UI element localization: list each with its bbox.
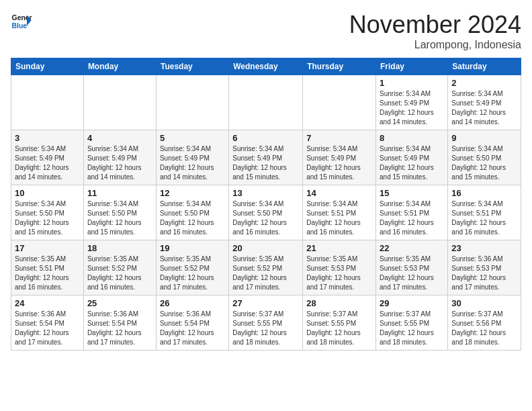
calendar-cell	[156, 75, 228, 130]
day-info: Sunrise: 5:37 AM Sunset: 5:55 PM Dayligh…	[380, 310, 444, 347]
calendar-cell: 28Sunrise: 5:37 AM Sunset: 5:55 PM Dayli…	[303, 295, 376, 351]
calendar-cell	[11, 75, 84, 130]
calendar-cell: 18Sunrise: 5:35 AM Sunset: 5:52 PM Dayli…	[83, 240, 156, 295]
day-info: Sunrise: 5:34 AM Sunset: 5:49 PM Dayligh…	[232, 144, 299, 182]
calendar-cell: 8Sunrise: 5:34 AM Sunset: 5:49 PM Daylig…	[376, 130, 448, 185]
calendar-cell: 30Sunrise: 5:37 AM Sunset: 5:56 PM Dayli…	[448, 295, 521, 351]
week-row-4: 17Sunrise: 5:35 AM Sunset: 5:51 PM Dayli…	[11, 240, 521, 295]
calendar-cell: 19Sunrise: 5:35 AM Sunset: 5:52 PM Dayli…	[156, 240, 228, 295]
calendar-cell	[229, 75, 303, 130]
day-number: 13	[232, 188, 299, 198]
day-number: 9	[451, 133, 517, 143]
calendar-cell: 17Sunrise: 5:35 AM Sunset: 5:51 PM Dayli…	[11, 240, 84, 295]
calendar-table: SundayMondayTuesdayWednesdayThursdayFrid…	[11, 58, 521, 351]
header-day-tuesday: Tuesday	[156, 58, 228, 75]
day-number: 3	[15, 133, 80, 143]
calendar-cell: 2Sunrise: 5:34 AM Sunset: 5:49 PM Daylig…	[448, 75, 521, 130]
day-info: Sunrise: 5:34 AM Sunset: 5:49 PM Dayligh…	[15, 144, 80, 182]
day-number: 10	[15, 188, 80, 198]
calendar-cell	[83, 75, 156, 130]
calendar-cell: 13Sunrise: 5:34 AM Sunset: 5:50 PM Dayli…	[229, 185, 303, 240]
day-number: 29	[380, 298, 444, 308]
week-row-5: 24Sunrise: 5:36 AM Sunset: 5:54 PM Dayli…	[11, 295, 521, 351]
day-info: Sunrise: 5:37 AM Sunset: 5:55 PM Dayligh…	[306, 310, 372, 347]
header-day-monday: Monday	[83, 58, 156, 75]
day-info: Sunrise: 5:34 AM Sunset: 5:51 PM Dayligh…	[451, 199, 517, 237]
day-info: Sunrise: 5:34 AM Sunset: 5:49 PM Dayligh…	[380, 89, 444, 127]
day-info: Sunrise: 5:35 AM Sunset: 5:52 PM Dayligh…	[232, 255, 299, 292]
location-title: Larompong, Indonesia	[349, 39, 521, 51]
day-number: 11	[87, 188, 152, 198]
day-info: Sunrise: 5:34 AM Sunset: 5:50 PM Dayligh…	[15, 199, 80, 237]
day-info: Sunrise: 5:34 AM Sunset: 5:50 PM Dayligh…	[232, 199, 299, 237]
calendar-cell: 4Sunrise: 5:34 AM Sunset: 5:49 PM Daylig…	[83, 130, 156, 185]
header-day-wednesday: Wednesday	[229, 58, 303, 75]
day-number: 21	[306, 243, 372, 253]
calendar-cell: 23Sunrise: 5:36 AM Sunset: 5:53 PM Dayli…	[448, 240, 521, 295]
day-number: 26	[160, 298, 225, 308]
header-row: SundayMondayTuesdayWednesdayThursdayFrid…	[11, 58, 521, 75]
day-number: 24	[15, 298, 80, 308]
calendar-cell: 9Sunrise: 5:34 AM Sunset: 5:50 PM Daylig…	[448, 130, 521, 185]
day-info: Sunrise: 5:36 AM Sunset: 5:54 PM Dayligh…	[160, 310, 225, 347]
day-number: 27	[232, 298, 299, 308]
day-info: Sunrise: 5:34 AM Sunset: 5:50 PM Dayligh…	[160, 199, 225, 237]
day-info: Sunrise: 5:34 AM Sunset: 5:49 PM Dayligh…	[87, 144, 152, 182]
calendar-cell: 3Sunrise: 5:34 AM Sunset: 5:49 PM Daylig…	[11, 130, 84, 185]
day-info: Sunrise: 5:34 AM Sunset: 5:49 PM Dayligh…	[160, 144, 225, 182]
calendar-cell: 26Sunrise: 5:36 AM Sunset: 5:54 PM Dayli…	[156, 295, 228, 351]
day-number: 1	[380, 78, 444, 88]
calendar-cell: 16Sunrise: 5:34 AM Sunset: 5:51 PM Dayli…	[448, 185, 521, 240]
day-number: 7	[306, 133, 372, 143]
calendar-cell: 22Sunrise: 5:35 AM Sunset: 5:53 PM Dayli…	[376, 240, 448, 295]
week-row-2: 3Sunrise: 5:34 AM Sunset: 5:49 PM Daylig…	[11, 130, 521, 185]
day-number: 14	[306, 188, 372, 198]
day-number: 20	[232, 243, 299, 253]
day-info: Sunrise: 5:34 AM Sunset: 5:49 PM Dayligh…	[451, 89, 517, 127]
calendar-cell: 21Sunrise: 5:35 AM Sunset: 5:53 PM Dayli…	[303, 240, 376, 295]
day-number: 17	[15, 243, 80, 253]
day-info: Sunrise: 5:37 AM Sunset: 5:56 PM Dayligh…	[451, 310, 517, 347]
day-info: Sunrise: 5:36 AM Sunset: 5:54 PM Dayligh…	[87, 310, 152, 347]
day-info: Sunrise: 5:34 AM Sunset: 5:49 PM Dayligh…	[380, 144, 444, 182]
title-block: November 2024 Larompong, Indonesia	[349, 11, 521, 51]
calendar-cell: 25Sunrise: 5:36 AM Sunset: 5:54 PM Dayli…	[83, 295, 156, 351]
calendar-cell: 12Sunrise: 5:34 AM Sunset: 5:50 PM Dayli…	[156, 185, 228, 240]
calendar-cell: 6Sunrise: 5:34 AM Sunset: 5:49 PM Daylig…	[229, 130, 303, 185]
day-info: Sunrise: 5:37 AM Sunset: 5:55 PM Dayligh…	[232, 310, 299, 347]
day-number: 30	[451, 298, 517, 308]
calendar-cell: 29Sunrise: 5:37 AM Sunset: 5:55 PM Dayli…	[376, 295, 448, 351]
header-day-saturday: Saturday	[448, 58, 521, 75]
page-header: General Blue November 2024 Larompong, In…	[11, 11, 521, 51]
day-number: 6	[232, 133, 299, 143]
day-info: Sunrise: 5:35 AM Sunset: 5:52 PM Dayligh…	[160, 255, 225, 292]
day-number: 23	[451, 243, 517, 253]
day-info: Sunrise: 5:34 AM Sunset: 5:51 PM Dayligh…	[306, 199, 372, 237]
calendar-cell: 10Sunrise: 5:34 AM Sunset: 5:50 PM Dayli…	[11, 185, 84, 240]
day-number: 5	[160, 133, 225, 143]
calendar-cell: 27Sunrise: 5:37 AM Sunset: 5:55 PM Dayli…	[229, 295, 303, 351]
day-info: Sunrise: 5:34 AM Sunset: 5:50 PM Dayligh…	[451, 144, 517, 182]
day-number: 28	[306, 298, 372, 308]
day-number: 16	[451, 188, 517, 198]
calendar-cell: 7Sunrise: 5:34 AM Sunset: 5:49 PM Daylig…	[303, 130, 376, 185]
calendar-cell	[303, 75, 376, 130]
week-row-1: 1Sunrise: 5:34 AM Sunset: 5:49 PM Daylig…	[11, 75, 521, 130]
day-info: Sunrise: 5:36 AM Sunset: 5:53 PM Dayligh…	[451, 255, 517, 292]
day-info: Sunrise: 5:34 AM Sunset: 5:49 PM Dayligh…	[306, 144, 372, 182]
day-number: 15	[380, 188, 444, 198]
day-number: 22	[380, 243, 444, 253]
calendar-cell: 11Sunrise: 5:34 AM Sunset: 5:50 PM Dayli…	[83, 185, 156, 240]
logo-icon: General Blue	[11, 11, 32, 32]
calendar-cell: 5Sunrise: 5:34 AM Sunset: 5:49 PM Daylig…	[156, 130, 228, 185]
logo: General Blue	[11, 11, 32, 32]
day-info: Sunrise: 5:34 AM Sunset: 5:50 PM Dayligh…	[87, 199, 152, 237]
calendar-cell: 14Sunrise: 5:34 AM Sunset: 5:51 PM Dayli…	[303, 185, 376, 240]
day-info: Sunrise: 5:35 AM Sunset: 5:53 PM Dayligh…	[380, 255, 444, 292]
day-info: Sunrise: 5:35 AM Sunset: 5:52 PM Dayligh…	[87, 255, 152, 292]
calendar-cell: 20Sunrise: 5:35 AM Sunset: 5:52 PM Dayli…	[229, 240, 303, 295]
day-number: 4	[87, 133, 152, 143]
day-number: 25	[87, 298, 152, 308]
day-info: Sunrise: 5:35 AM Sunset: 5:51 PM Dayligh…	[15, 255, 80, 292]
day-number: 2	[451, 78, 517, 88]
